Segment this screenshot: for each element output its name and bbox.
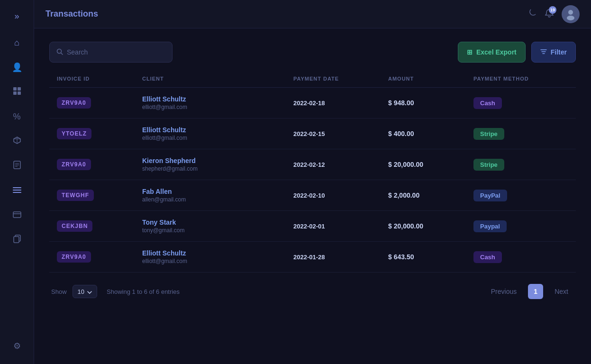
svg-rect-3 bbox=[18, 91, 21, 95]
avatar[interactable] bbox=[562, 5, 580, 23]
excel-icon: ⊞ bbox=[467, 48, 473, 56]
sidebar-item-tables[interactable] bbox=[7, 82, 27, 102]
user-icon: 👤 bbox=[12, 62, 22, 73]
payment-method-badge: Stripe bbox=[473, 128, 504, 140]
payment-method-badge: Cash bbox=[473, 97, 502, 109]
payment-date: 2022-02-12 bbox=[293, 161, 388, 168]
payment-date: 2022-02-18 bbox=[293, 100, 388, 107]
sidebar-item-copy[interactable] bbox=[7, 229, 27, 250]
show-count-value: 10 bbox=[78, 288, 84, 295]
payment-date: 2022-02-10 bbox=[293, 192, 388, 199]
svg-line-21 bbox=[61, 53, 63, 55]
invoice-id-cell: ZRV9A0 bbox=[57, 251, 142, 263]
search-wrap[interactable] bbox=[49, 42, 173, 63]
client-name: Fab Allen bbox=[142, 188, 293, 195]
client-email: elliott@gmail.com bbox=[142, 258, 293, 264]
table-header: INVOICE ID CLIENT PAYMENT DATE AMOUNT PA… bbox=[49, 76, 576, 88]
sidebar-item-users[interactable]: 👤 bbox=[7, 57, 27, 78]
filter-icon bbox=[540, 48, 547, 56]
client-email: shepherd@gmail.com bbox=[142, 165, 293, 172]
client-name: Kieron Shepherd bbox=[142, 157, 293, 164]
sidebar: » ⌂ 👤 % bbox=[0, 0, 34, 364]
client-email: elliott@gmail.com bbox=[142, 135, 293, 141]
invoice-badge[interactable]: ZRV9A0 bbox=[57, 251, 91, 263]
payment-method-badge: PayPal bbox=[473, 190, 507, 201]
payment-method-cell: Paypal bbox=[473, 220, 568, 232]
table-row: YTOELZ Elliott Schultz elliott@gmail.com… bbox=[49, 118, 576, 149]
client-cell: Kieron Shepherd shepherd@gmail.com bbox=[142, 157, 293, 172]
notification-badge: 19 bbox=[549, 6, 556, 14]
sidebar-item-list[interactable] bbox=[7, 180, 27, 201]
client-name: Tony Stark bbox=[142, 218, 293, 226]
list-icon bbox=[13, 186, 21, 196]
excel-export-button[interactable]: ⊞ Excel Export bbox=[458, 42, 526, 63]
next-button[interactable]: Next bbox=[549, 285, 574, 298]
header-client: CLIENT bbox=[142, 76, 293, 82]
client-cell: Elliott Schultz elliott@gmail.com bbox=[142, 126, 293, 141]
topbar-icons: 19 bbox=[527, 5, 580, 23]
sidebar-item-home[interactable]: ⌂ bbox=[7, 32, 27, 53]
transactions-table: INVOICE ID CLIENT PAYMENT DATE AMOUNT PA… bbox=[49, 76, 576, 273]
percent-icon: % bbox=[13, 112, 20, 122]
invoice-id-cell: TEWGHF bbox=[57, 190, 142, 201]
invoice-badge[interactable]: ZRV9A0 bbox=[57, 97, 91, 109]
topbar: Transactions 19 bbox=[34, 0, 591, 28]
entries-info: Showing 1 to 6 of 6 entries bbox=[107, 288, 180, 295]
amount: $ 643.50 bbox=[388, 253, 473, 261]
sidebar-item-box[interactable] bbox=[7, 131, 27, 152]
amount: $ 20,000.00 bbox=[388, 222, 473, 230]
filter-button[interactable]: Filter bbox=[531, 42, 576, 63]
page-title: Transactions bbox=[45, 9, 98, 19]
amount: $ 948.00 bbox=[388, 99, 473, 107]
sidebar-item-settings[interactable]: ⚙ bbox=[7, 336, 27, 356]
search-input[interactable] bbox=[67, 48, 165, 56]
page-1-button[interactable]: 1 bbox=[528, 284, 543, 299]
payment-method-cell: Stripe bbox=[473, 128, 568, 140]
notification-bell[interactable]: 19 bbox=[545, 9, 554, 20]
sidebar-toggle[interactable]: » bbox=[9, 8, 26, 25]
client-cell: Fab Allen allen@gmail.com bbox=[142, 188, 293, 203]
moon-icon[interactable] bbox=[527, 8, 537, 20]
document-icon bbox=[13, 161, 21, 172]
header-payment-method: PAYMENT METHOD bbox=[473, 76, 568, 82]
payment-method-cell: PayPal bbox=[473, 190, 568, 201]
client-email: tony@gmail.com bbox=[142, 227, 293, 234]
invoice-badge[interactable]: CEKJBN bbox=[57, 220, 92, 232]
client-name: Elliott Schultz bbox=[142, 95, 293, 103]
svg-rect-1 bbox=[18, 87, 21, 91]
invoice-badge[interactable]: ZRV9A0 bbox=[57, 159, 91, 170]
header-amount: AMOUNT bbox=[388, 76, 473, 82]
sidebar-item-document[interactable] bbox=[7, 155, 27, 176]
sidebar-item-charts[interactable]: % bbox=[7, 106, 27, 127]
payment-method-cell: Stripe bbox=[473, 159, 568, 171]
payment-method-badge: Stripe bbox=[473, 159, 504, 171]
svg-rect-14 bbox=[13, 212, 21, 218]
table-row: ZRV9A0 Kieron Shepherd shepherd@gmail.co… bbox=[49, 149, 576, 180]
client-name: Elliott Schultz bbox=[142, 126, 293, 134]
payment-method-badge: Paypal bbox=[473, 220, 507, 232]
show-count-select[interactable]: 10 bbox=[73, 285, 97, 298]
client-cell: Elliott Schultz elliott@gmail.com bbox=[142, 95, 293, 110]
svg-point-19 bbox=[567, 16, 574, 20]
invoice-id-cell: CEKJBN bbox=[57, 220, 142, 232]
chevron-right-icon: » bbox=[14, 11, 19, 21]
invoice-badge[interactable]: TEWGHF bbox=[57, 190, 94, 201]
client-cell: Tony Stark tony@gmail.com bbox=[142, 218, 293, 234]
table-row: ZRV9A0 Elliott Schultz elliott@gmail.com… bbox=[49, 88, 576, 118]
amount: $ 400.00 bbox=[388, 130, 473, 137]
invoice-badge[interactable]: YTOELZ bbox=[57, 128, 91, 139]
settings-icon: ⚙ bbox=[13, 341, 21, 351]
payment-date: 2022-01-28 bbox=[293, 254, 388, 261]
box-icon bbox=[13, 136, 21, 147]
table-row: CEKJBN Tony Stark tony@gmail.com 2022-02… bbox=[49, 211, 576, 242]
previous-button[interactable]: Previous bbox=[485, 285, 522, 298]
sidebar-item-card[interactable] bbox=[7, 205, 27, 226]
payment-method-cell: Cash bbox=[473, 251, 568, 263]
svg-rect-17 bbox=[14, 237, 19, 243]
chevron-down-icon bbox=[87, 287, 92, 296]
payment-date: 2022-02-15 bbox=[293, 130, 388, 137]
copy-icon bbox=[13, 235, 21, 246]
payment-method-badge: Cash bbox=[473, 251, 502, 263]
invoice-id-cell: ZRV9A0 bbox=[57, 159, 142, 170]
amount: $ 20,000.00 bbox=[388, 161, 473, 168]
